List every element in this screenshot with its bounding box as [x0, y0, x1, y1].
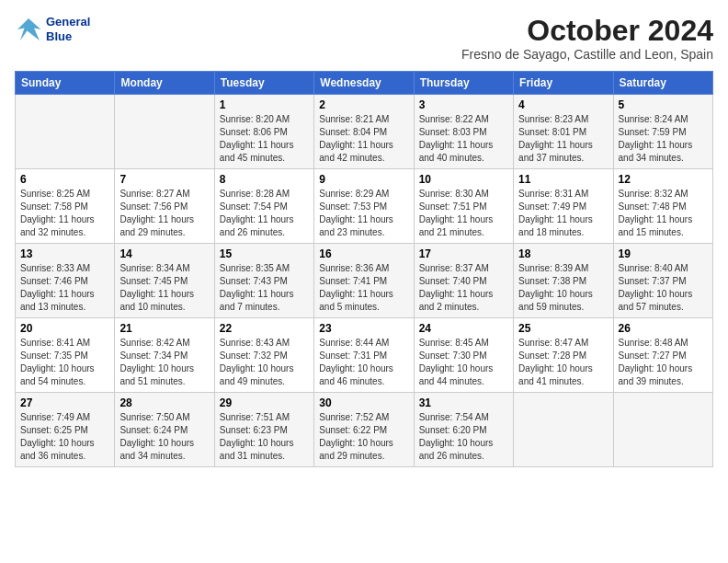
day-number: 19	[619, 247, 708, 260]
day-number: 17	[419, 247, 508, 260]
day-number: 21	[119, 322, 209, 335]
calendar-cell: 30Sunrise: 7:52 AM Sunset: 6:22 PM Dayli…	[314, 393, 414, 467]
day-number: 12	[619, 173, 708, 186]
day-info: Sunrise: 8:24 AM Sunset: 7:59 PM Dayligh…	[619, 113, 708, 165]
calendar-cell: 13Sunrise: 8:33 AM Sunset: 7:46 PM Dayli…	[16, 244, 115, 318]
day-info: Sunrise: 8:21 AM Sunset: 8:04 PM Dayligh…	[319, 113, 408, 165]
day-number: 13	[20, 247, 109, 260]
day-number: 14	[119, 247, 209, 260]
day-info: Sunrise: 8:28 AM Sunset: 7:54 PM Dayligh…	[220, 188, 309, 239]
calendar-cell: 1Sunrise: 8:20 AM Sunset: 8:06 PM Daylig…	[214, 95, 313, 169]
day-info: Sunrise: 8:23 AM Sunset: 8:01 PM Dayligh…	[518, 113, 608, 165]
day-of-week-header: Monday	[115, 72, 214, 95]
calendar-header-row: SundayMondayTuesdayWednesdayThursdayFrid…	[16, 72, 713, 95]
day-number: 6	[20, 173, 109, 186]
day-info: Sunrise: 8:32 AM Sunset: 7:48 PM Dayligh…	[619, 188, 708, 239]
location-subtitle: Fresno de Sayago, Castille and Leon, Spa…	[461, 47, 713, 62]
day-info: Sunrise: 8:34 AM Sunset: 7:45 PM Dayligh…	[119, 262, 209, 314]
calendar-cell: 8Sunrise: 8:28 AM Sunset: 7:54 PM Daylig…	[214, 169, 313, 244]
day-info: Sunrise: 8:45 AM Sunset: 7:30 PM Dayligh…	[419, 337, 508, 388]
calendar-cell: 23Sunrise: 8:44 AM Sunset: 7:31 PM Dayli…	[314, 318, 414, 393]
calendar-week-row: 1Sunrise: 8:20 AM Sunset: 8:06 PM Daylig…	[16, 95, 713, 169]
day-number: 26	[619, 322, 708, 335]
day-info: Sunrise: 8:44 AM Sunset: 7:31 PM Dayligh…	[319, 337, 408, 388]
day-of-week-header: Sunday	[16, 72, 115, 95]
calendar-week-row: 13Sunrise: 8:33 AM Sunset: 7:46 PM Dayli…	[16, 244, 713, 318]
day-info: Sunrise: 7:52 AM Sunset: 6:22 PM Dayligh…	[319, 411, 408, 463]
day-number: 7	[119, 173, 209, 186]
day-info: Sunrise: 8:30 AM Sunset: 7:51 PM Dayligh…	[419, 188, 508, 239]
calendar-cell: 14Sunrise: 8:34 AM Sunset: 7:45 PM Dayli…	[115, 244, 214, 318]
calendar-cell: 20Sunrise: 8:41 AM Sunset: 7:35 PM Dayli…	[16, 318, 115, 393]
day-number: 11	[518, 173, 608, 186]
calendar-cell	[514, 393, 613, 467]
day-info: Sunrise: 8:35 AM Sunset: 7:43 PM Dayligh…	[220, 262, 309, 314]
calendar-cell: 17Sunrise: 8:37 AM Sunset: 7:40 PM Dayli…	[414, 244, 513, 318]
calendar-cell	[115, 95, 214, 169]
calendar-cell: 19Sunrise: 8:40 AM Sunset: 7:37 PM Dayli…	[613, 244, 712, 318]
day-info: Sunrise: 8:47 AM Sunset: 7:28 PM Dayligh…	[518, 337, 608, 388]
day-of-week-header: Friday	[514, 72, 613, 95]
calendar-cell: 15Sunrise: 8:35 AM Sunset: 7:43 PM Dayli…	[214, 244, 313, 318]
day-info: Sunrise: 8:40 AM Sunset: 7:37 PM Dayligh…	[619, 262, 708, 314]
calendar-cell: 4Sunrise: 8:23 AM Sunset: 8:01 PM Daylig…	[514, 95, 613, 169]
calendar-cell: 12Sunrise: 8:32 AM Sunset: 7:48 PM Dayli…	[613, 169, 712, 244]
day-number: 8	[220, 173, 309, 186]
calendar-cell: 3Sunrise: 8:22 AM Sunset: 8:03 PM Daylig…	[414, 95, 513, 169]
calendar-cell: 7Sunrise: 8:27 AM Sunset: 7:56 PM Daylig…	[115, 169, 214, 244]
calendar-cell: 16Sunrise: 8:36 AM Sunset: 7:41 PM Dayli…	[314, 244, 414, 318]
svg-marker-0	[17, 18, 41, 40]
day-number: 29	[220, 396, 309, 409]
calendar-week-row: 20Sunrise: 8:41 AM Sunset: 7:35 PM Dayli…	[16, 318, 713, 393]
day-number: 2	[319, 98, 408, 111]
day-info: Sunrise: 8:48 AM Sunset: 7:27 PM Dayligh…	[619, 337, 708, 388]
logo-icon	[15, 17, 42, 42]
calendar-cell: 25Sunrise: 8:47 AM Sunset: 7:28 PM Dayli…	[514, 318, 613, 393]
day-number: 1	[220, 98, 309, 111]
logo: General Blue	[15, 15, 90, 43]
day-info: Sunrise: 7:51 AM Sunset: 6:23 PM Dayligh…	[220, 411, 309, 463]
day-number: 4	[518, 98, 608, 111]
day-info: Sunrise: 7:54 AM Sunset: 6:20 PM Dayligh…	[419, 411, 508, 463]
calendar-cell	[613, 393, 712, 467]
day-of-week-header: Saturday	[613, 72, 712, 95]
day-of-week-header: Wednesday	[314, 72, 414, 95]
day-info: Sunrise: 8:42 AM Sunset: 7:34 PM Dayligh…	[119, 337, 209, 388]
month-title: October 2024	[461, 15, 713, 47]
calendar-cell: 6Sunrise: 8:25 AM Sunset: 7:58 PM Daylig…	[16, 169, 115, 244]
day-info: Sunrise: 8:29 AM Sunset: 7:53 PM Dayligh…	[319, 188, 408, 239]
day-info: Sunrise: 8:27 AM Sunset: 7:56 PM Dayligh…	[119, 188, 209, 239]
day-info: Sunrise: 8:37 AM Sunset: 7:40 PM Dayligh…	[419, 262, 508, 314]
day-number: 9	[319, 173, 408, 186]
calendar-cell: 5Sunrise: 8:24 AM Sunset: 7:59 PM Daylig…	[613, 95, 712, 169]
calendar-cell: 26Sunrise: 8:48 AM Sunset: 7:27 PM Dayli…	[613, 318, 712, 393]
day-number: 27	[20, 396, 109, 409]
day-info: Sunrise: 8:33 AM Sunset: 7:46 PM Dayligh…	[20, 262, 109, 314]
calendar-cell: 10Sunrise: 8:30 AM Sunset: 7:51 PM Dayli…	[414, 169, 513, 244]
day-number: 24	[419, 322, 508, 335]
day-info: Sunrise: 8:31 AM Sunset: 7:49 PM Dayligh…	[518, 188, 608, 239]
day-info: Sunrise: 8:36 AM Sunset: 7:41 PM Dayligh…	[319, 262, 408, 314]
day-info: Sunrise: 8:43 AM Sunset: 7:32 PM Dayligh…	[220, 337, 309, 388]
day-number: 28	[119, 396, 209, 409]
calendar-cell: 9Sunrise: 8:29 AM Sunset: 7:53 PM Daylig…	[314, 169, 414, 244]
day-number: 31	[419, 396, 508, 409]
day-number: 25	[518, 322, 608, 335]
day-number: 16	[319, 247, 408, 260]
day-number: 18	[518, 247, 608, 260]
calendar-cell: 2Sunrise: 8:21 AM Sunset: 8:04 PM Daylig…	[314, 95, 414, 169]
day-info: Sunrise: 8:41 AM Sunset: 7:35 PM Dayligh…	[20, 337, 109, 388]
calendar-cell: 11Sunrise: 8:31 AM Sunset: 7:49 PM Dayli…	[514, 169, 613, 244]
calendar-week-row: 6Sunrise: 8:25 AM Sunset: 7:58 PM Daylig…	[16, 169, 713, 244]
calendar-cell: 31Sunrise: 7:54 AM Sunset: 6:20 PM Dayli…	[414, 393, 513, 467]
calendar-body: 1Sunrise: 8:20 AM Sunset: 8:06 PM Daylig…	[16, 95, 713, 467]
calendar-cell: 21Sunrise: 8:42 AM Sunset: 7:34 PM Dayli…	[115, 318, 214, 393]
day-info: Sunrise: 7:49 AM Sunset: 6:25 PM Dayligh…	[20, 411, 109, 463]
day-number: 20	[20, 322, 109, 335]
day-info: Sunrise: 7:50 AM Sunset: 6:24 PM Dayligh…	[119, 411, 209, 463]
day-info: Sunrise: 8:22 AM Sunset: 8:03 PM Dayligh…	[419, 113, 508, 165]
calendar-cell: 27Sunrise: 7:49 AM Sunset: 6:25 PM Dayli…	[16, 393, 115, 467]
day-number: 30	[319, 396, 408, 409]
day-info: Sunrise: 8:20 AM Sunset: 8:06 PM Dayligh…	[220, 113, 309, 165]
day-number: 3	[419, 98, 508, 111]
